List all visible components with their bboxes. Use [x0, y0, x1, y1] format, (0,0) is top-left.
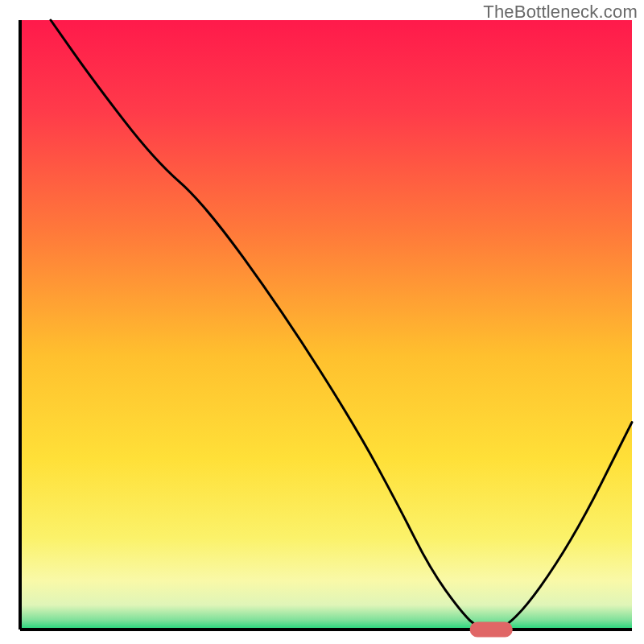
- plot-background: [20, 20, 632, 630]
- chart-container: TheBottleneck.com: [0, 0, 644, 644]
- chart-svg: [0, 0, 644, 644]
- watermark-text: TheBottleneck.com: [483, 2, 638, 23]
- minimum-marker: [470, 622, 513, 638]
